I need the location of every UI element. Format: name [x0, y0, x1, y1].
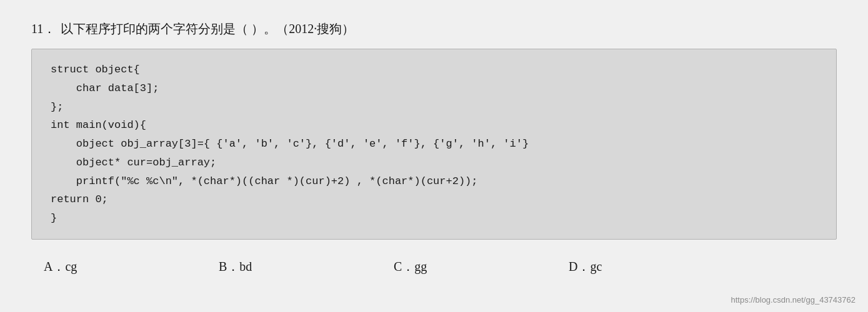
options-row: A．cgB．bdC．ggD．gc [31, 258, 837, 275]
option-item-a[interactable]: A．cg [44, 258, 219, 275]
watermark: https://blog.csdn.net/gg_43743762 [731, 295, 856, 305]
page-container: 11． 以下程序打印的两个字符分别是（ ）。（2012·搜狗） struct o… [0, 0, 868, 312]
option-item-b[interactable]: B．bd [219, 258, 394, 275]
option-item-c[interactable]: C．gg [394, 258, 569, 275]
question-number: 11． [31, 19, 56, 39]
question-header: 11． 以下程序打印的两个字符分别是（ ）。（2012·搜狗） [31, 19, 837, 39]
code-block: struct object{ char data[3]; }; int main… [31, 49, 837, 240]
question-text: 以下程序打印的两个字符分别是（ ）。（2012·搜狗） [61, 19, 354, 39]
option-item-d[interactable]: D．gc [569, 258, 602, 275]
